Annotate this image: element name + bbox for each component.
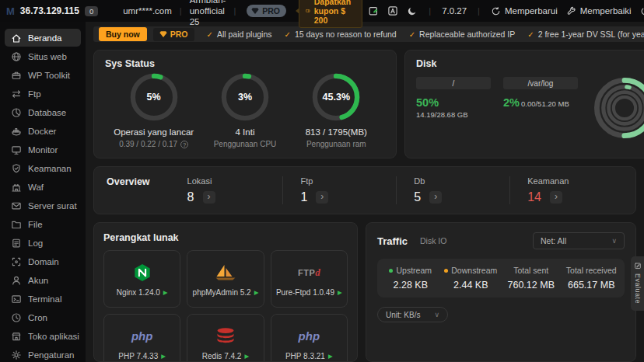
play-icon[interactable]: ▶: [338, 289, 342, 296]
software-tile[interactable]: php PHP 7.4.33 ▶: [103, 314, 180, 362]
os-version-wrap[interactable]: Armbian-unofficial 25: [190, 0, 226, 27]
promo-ticker: Buy now PRO ✓ All paid plugins ✓ 15 days…: [93, 26, 644, 42]
sidebar-item[interactable]: Monitor: [5, 141, 81, 158]
sidebar-item[interactable]: File: [5, 215, 81, 233]
overview-column: Ftp 1 ›: [282, 176, 396, 204]
partition-tab[interactable]: /: [416, 77, 491, 89]
sidebar-item-label: Pengaturan: [28, 350, 74, 360]
software-tile[interactable]: Nginx 1.24.0 ▶: [103, 250, 180, 308]
chevron-right-icon[interactable]: ›: [429, 191, 442, 204]
sidebar-item-label: Akun: [28, 276, 48, 285]
play-icon[interactable]: ▶: [328, 353, 333, 360]
play-icon[interactable]: ▶: [163, 289, 168, 296]
sidebar-item[interactable]: Database: [5, 103, 81, 121]
disk-title: Disk: [416, 58, 644, 69]
overview-label: Db: [414, 176, 509, 186]
repair-button[interactable]: Memperbaiki: [566, 6, 632, 16]
overview-columns: Lokasi 8 › Ftp 1 ›: [170, 176, 623, 204]
chevron-right-icon[interactable]: ›: [316, 191, 328, 204]
overview-column: Db 5 ›: [396, 176, 509, 204]
disk-body: / 50% 14.19/28.68 GB /var/log 2% 0.00/51: [416, 77, 644, 142]
sidebar-item[interactable]: Akun: [5, 271, 81, 289]
message-count-badge[interactable]: 0: [85, 6, 98, 16]
unit-select[interactable]: Unit: KB/s ∨: [377, 307, 448, 322]
disk-partition: / 50% 14.19/28.68 GB: [416, 77, 491, 119]
software-tile[interactable]: FTPd Pure-Ftpd 1.0.49 ▶: [271, 250, 348, 308]
sidebar-item-label: Domain: [28, 257, 59, 266]
overview-count: 5: [414, 190, 421, 204]
sidebar-item[interactable]: Server surat: [5, 197, 81, 214]
tab-traffic[interactable]: Traffic: [377, 235, 408, 247]
software-name: phpMyAdmin 5.2 ▶: [193, 288, 259, 297]
database-icon: [11, 107, 22, 118]
net-select[interactable]: Net: All ∨: [533, 232, 625, 249]
gauge-percent: 5%: [130, 73, 178, 121]
coupon-button[interactable]: Dapatkan kupon $ 200: [299, 0, 362, 28]
check-icon: ✓: [409, 30, 415, 39]
moon-icon[interactable]: [407, 5, 418, 16]
software-tile[interactable]: Redis 7.4.2 ▶: [187, 314, 264, 362]
chevron-right-icon[interactable]: ›: [550, 191, 562, 204]
sidebar-item[interactable]: Log: [5, 234, 81, 252]
repair-label: Memperbaiki: [580, 6, 632, 16]
sidebar-item[interactable]: Terminal: [5, 290, 81, 308]
sidebar-item[interactable]: Docker: [5, 122, 81, 140]
divider: |: [429, 6, 431, 16]
sidebar-item-label: Terminal: [28, 294, 61, 304]
sidebar-item[interactable]: Domain: [5, 252, 81, 270]
software-tile[interactable]: phpMyAdmin 5.2 ▶: [187, 250, 264, 308]
buy-now-button[interactable]: Buy now: [99, 27, 147, 41]
overview-count: 14: [527, 190, 541, 204]
account-name[interactable]: umr****.com: [123, 6, 172, 16]
topbar: M 36.73.129.115 0 umr****.com | Armbian-…: [0, 0, 644, 22]
disk-donut-chart: [590, 74, 644, 142]
edit-note-icon[interactable]: [368, 5, 379, 16]
restart-button[interactable]: Restart: [640, 6, 644, 16]
partition-percent: 2%: [503, 96, 520, 109]
sidebar-item[interactable]: Pengaturan: [5, 346, 81, 362]
traffic-stat-label: Total sent: [513, 266, 548, 275]
sidebar-item[interactable]: Situs web: [5, 47, 81, 65]
gauge-sub: 0.39 / 0.22 / 0.17 ?: [108, 140, 199, 148]
gauge-ring: 5%: [130, 73, 178, 121]
gauge-label: 4 Inti: [199, 127, 290, 137]
partition-usage: 14.19/28.68 GB: [416, 110, 468, 119]
evaluate-tab[interactable]: Evaluate: [631, 256, 644, 311]
wrench-icon: [566, 6, 576, 16]
docker-icon: [11, 126, 22, 137]
language-icon[interactable]: [387, 5, 398, 16]
sidebar-item[interactable]: Toko aplikasi: [5, 327, 81, 345]
software-tile[interactable]: php PHP 8.3.21 ▶: [271, 314, 348, 362]
overview-label: Lokasi: [187, 176, 283, 186]
briefcase-icon: [11, 70, 22, 81]
sidebar-item[interactable]: Ftp: [5, 85, 81, 103]
sidebar-item[interactable]: WP Toolkit: [5, 66, 81, 84]
sidebar-item-label: Server surat: [28, 201, 77, 211]
sidebar-item[interactable]: Waf: [5, 178, 81, 196]
sidebar-item[interactable]: Keamanan: [5, 159, 81, 177]
play-icon[interactable]: ▶: [161, 353, 166, 360]
sidebar-item-label: Log: [28, 238, 43, 248]
tab-disk-io[interactable]: Disk IO: [420, 236, 446, 245]
ticker-pro-badge[interactable]: PRO: [153, 28, 194, 41]
panel-version: 7.0.27: [442, 6, 467, 16]
gauge-sub-text: 0.39 / 0.22 / 0.17: [119, 140, 177, 148]
pro-badge-label: PRO: [262, 6, 280, 16]
play-icon[interactable]: ▶: [244, 353, 249, 360]
traffic-stat-label: Upstream: [396, 266, 432, 275]
partition-usage: 0.00/51.20 MB: [521, 99, 569, 108]
pro-badge[interactable]: PRO: [247, 5, 286, 17]
sidebar-item[interactable]: Beranda: [5, 29, 81, 47]
partition-tab[interactable]: /var/log: [503, 77, 578, 89]
help-icon[interactable]: ?: [180, 141, 188, 148]
sys-status-title: Sys Status: [105, 58, 385, 69]
play-icon[interactable]: ▶: [254, 289, 259, 296]
chevron-right-icon[interactable]: ›: [203, 191, 215, 204]
software-name: PHP 8.3.21 ▶: [285, 352, 333, 360]
power-icon: [640, 6, 644, 16]
sidebar-item[interactable]: Cron: [5, 308, 81, 326]
gauges-row: 5% Operasi yang lancar 0.39 / 0.22 / 0.1…: [105, 73, 385, 148]
update-button[interactable]: Memperbarui: [491, 6, 558, 16]
sidebar-item-label: Situs web: [28, 52, 67, 61]
software-name: PHP 7.4.33 ▶: [118, 352, 166, 360]
